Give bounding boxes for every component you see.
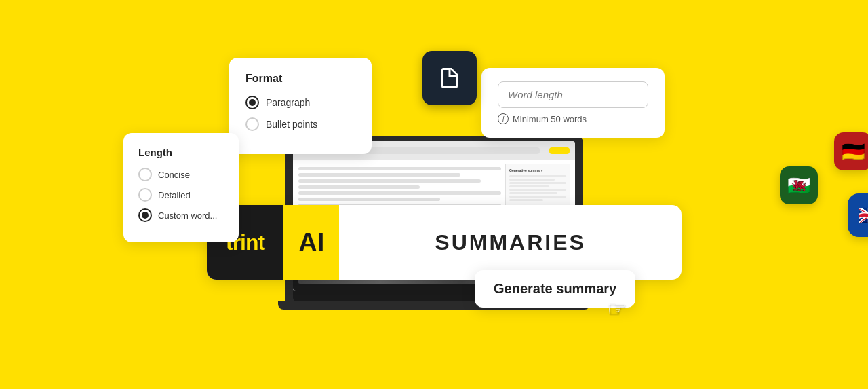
concise-label: Concise [158, 170, 190, 180]
text-line [298, 167, 501, 170]
paragraph-label: Paragraph [266, 97, 310, 108]
bullet-points-label: Bullet points [266, 119, 317, 130]
generate-summary-label: Generate summary [494, 281, 616, 296]
summaries-section: SUMMARIES [339, 230, 682, 255]
germany-flag: 🇩🇪 [834, 132, 868, 170]
text-line [298, 191, 501, 195]
bullet-points-option[interactable]: Bullet points [245, 117, 355, 131]
summary-line [509, 175, 566, 177]
summary-line [509, 189, 566, 191]
detailed-radio[interactable] [138, 188, 152, 202]
format-card: Format Paragraph Bullet points [229, 58, 372, 154]
cursor-icon: ☞ [607, 296, 627, 322]
laptop-button [549, 147, 570, 154]
summary-line [509, 179, 555, 181]
text-line [298, 185, 420, 189]
word-length-input[interactable] [498, 81, 648, 108]
file-icon-card [422, 51, 477, 105]
custom-word-label: Custom word... [158, 210, 217, 221]
word-length-card: i Minimum 50 words [481, 68, 665, 138]
file-icon [437, 66, 462, 90]
info-icon: i [498, 113, 509, 124]
summary-line [509, 199, 543, 201]
summaries-text: SUMMARIES [435, 230, 586, 255]
concise-option[interactable]: Concise [138, 168, 224, 181]
custom-word-radio[interactable] [138, 208, 152, 222]
bullet-points-radio[interactable] [245, 117, 259, 131]
text-line [298, 198, 440, 201]
ai-text: AI [298, 228, 324, 257]
word-length-hint-text: Minimum 50 words [513, 114, 587, 124]
paragraph-option[interactable]: Paragraph [245, 96, 355, 109]
uk-flag: 🇬🇧 [848, 193, 868, 237]
summary-line [509, 196, 566, 198]
text-line [298, 179, 481, 183]
text-line [298, 173, 460, 177]
ai-summaries-banner: trint AI SUMMARIES [207, 205, 682, 280]
wales-flag: 🏴󠁧󠁢󠁷󠁬󠁳󠁿 [780, 166, 818, 204]
detailed-option[interactable]: Detailed [138, 188, 224, 202]
concise-radio[interactable] [138, 168, 152, 181]
paragraph-radio[interactable] [245, 96, 259, 109]
detailed-label: Detailed [158, 190, 191, 200]
word-length-hint: i Minimum 50 words [498, 113, 648, 124]
ai-section: AI [283, 205, 339, 280]
summary-line [509, 182, 566, 184]
custom-word-option[interactable]: Custom word... [138, 208, 224, 222]
length-card-title: Length [138, 147, 224, 158]
length-card: Length Concise Detailed Custom word... [123, 133, 239, 242]
summary-line [509, 192, 557, 194]
gen-summary-title: Generative summary [509, 168, 566, 172]
summary-line [509, 185, 549, 187]
format-card-title: Format [245, 73, 355, 85]
